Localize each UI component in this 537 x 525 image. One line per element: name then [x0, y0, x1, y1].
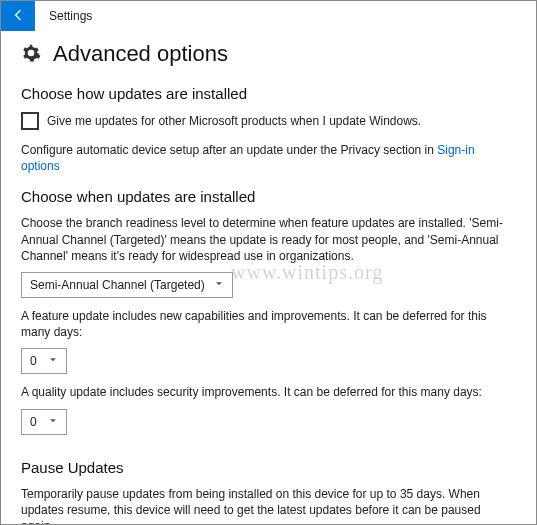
page-title: Advanced options [53, 41, 228, 67]
window-title: Settings [49, 9, 92, 23]
quality-defer-label: A quality update includes security impro… [21, 384, 516, 400]
page-header: Advanced options [21, 41, 516, 67]
branch-desc: Choose the branch readiness level to det… [21, 215, 516, 264]
quality-defer-select[interactable]: 0 [21, 409, 67, 435]
window-titlebar: Settings [1, 1, 536, 31]
branch-readiness-select[interactable]: Semi-Annual Channel (Targeted) [21, 272, 233, 298]
feature-defer-value: 0 [30, 354, 37, 368]
back-button[interactable] [1, 1, 35, 31]
chevron-down-icon [48, 354, 58, 368]
checkbox-unchecked-icon[interactable] [21, 112, 39, 130]
section-install-how-title: Choose how updates are installed [21, 85, 516, 102]
chevron-down-icon [48, 415, 58, 429]
quality-defer-value: 0 [30, 415, 37, 429]
feature-defer-label: A feature update includes new capabiliti… [21, 308, 516, 340]
other-products-label: Give me updates for other Microsoft prod… [47, 113, 421, 129]
pause-desc: Temporarily pause updates from being ins… [21, 486, 516, 526]
section-install-when-title: Choose when updates are installed [21, 188, 516, 205]
section-pause-title: Pause Updates [21, 459, 516, 476]
branch-readiness-value: Semi-Annual Channel (Targeted) [30, 278, 205, 292]
privacy-config-prefix: Configure automatic device setup after a… [21, 143, 437, 157]
privacy-config-text: Configure automatic device setup after a… [21, 142, 516, 174]
feature-defer-select[interactable]: 0 [21, 348, 67, 374]
other-products-checkbox-row[interactable]: Give me updates for other Microsoft prod… [21, 112, 516, 130]
arrow-left-icon [10, 7, 26, 26]
chevron-down-icon [214, 278, 224, 292]
gear-icon [21, 43, 41, 66]
